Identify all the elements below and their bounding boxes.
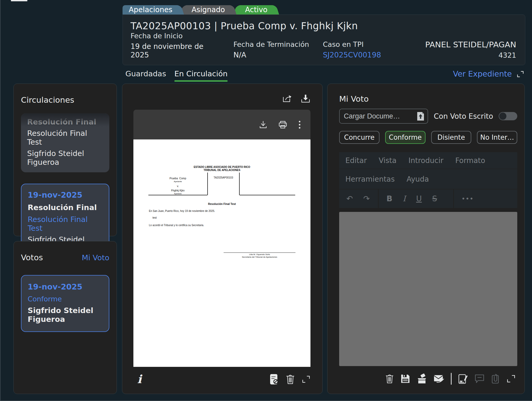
document-slash-icon[interactable]	[270, 374, 279, 385]
case-tabs: Apelaciones Asignado Activo	[123, 5, 274, 14]
caption-rule	[148, 195, 207, 195]
page-title: TA2025AP00103 | Prueba Comp v. Fhghkj Kj…	[131, 20, 517, 32]
tab-en-circulacion[interactable]: En Circulación	[174, 69, 228, 82]
italic-button[interactable]: I	[403, 195, 406, 203]
redo-icon[interactable]: ↷	[363, 195, 370, 203]
vote-options: Concurre Conforme Disiente No Inter…	[339, 131, 517, 144]
doc-signature: Lilia M. Oquendo Solís Secretaria del Tr…	[224, 253, 295, 258]
expand-icon[interactable]	[516, 70, 524, 78]
upload-document-button[interactable]: Cargar Docume…	[339, 109, 428, 124]
download-icon[interactable]	[259, 120, 268, 129]
mi-voto-title: Mi Voto	[339, 94, 517, 103]
save-icon[interactable]	[400, 374, 410, 384]
toggle-knob	[499, 113, 506, 120]
doc-case-number: TA2025AP00103	[208, 176, 239, 179]
doc-court-header: ESTADO LIBRE ASOCIADO DE PUERTO RICO TRI…	[133, 166, 310, 172]
attachment-icon[interactable]	[491, 373, 500, 384]
tab-apelaciones[interactable]: Apelaciones	[123, 5, 179, 14]
circulacion-card[interactable]: Resolución Final Resolución Final Test S…	[21, 113, 109, 172]
comment-icon[interactable]	[474, 374, 485, 384]
pdf-viewer: ESTADO LIBRE ASOCIADO DE PUERTO RICO TRI…	[133, 110, 310, 367]
download-tray-icon[interactable]	[301, 94, 310, 103]
doc-title: Resolución Final Test	[133, 202, 310, 205]
mail-sent-icon[interactable]	[434, 374, 444, 383]
mi-voto-panel: Mi Voto Cargar Docume… Con Voto Escrito …	[327, 84, 525, 394]
panel-name: PANEL STEIDEL/PAGAN	[425, 40, 516, 49]
more-tools-icon[interactable]: •••	[462, 196, 474, 201]
menu-vista[interactable]: Vista	[379, 156, 397, 165]
ver-expediente-link[interactable]: Ver Expediente	[453, 69, 512, 78]
vote-actions	[385, 371, 516, 387]
circulaciones-title: Circulaciones	[21, 95, 109, 105]
pdf-page: ESTADO LIBRE ASOCIADO DE PUERTO RICO TRI…	[133, 139, 310, 367]
tab-asignado[interactable]: Asignado	[185, 5, 231, 14]
field-fecha-terminacion: Fecha de Terminación N/A	[233, 40, 311, 59]
expand-icon[interactable]	[302, 375, 310, 384]
con-voto-escrito-label: Con Voto Escrito	[434, 112, 493, 121]
voto-card[interactable]: 19-nov-2025 Conforme Sigfrido Steidel Fi…	[21, 275, 109, 332]
caption-rule	[240, 195, 295, 195]
editor-menus: Editar Vista Introducir Formato Herramie…	[339, 152, 517, 208]
divider	[451, 373, 452, 385]
info-icon[interactable]: i	[137, 374, 142, 385]
underline-button[interactable]: U	[416, 195, 422, 203]
ballot-box-icon[interactable]	[417, 374, 427, 384]
print-icon[interactable]	[278, 120, 288, 129]
expand-icon[interactable]	[506, 374, 516, 383]
menu-ayuda[interactable]: Ayuda	[407, 175, 429, 183]
menu-formato[interactable]: Formato	[455, 156, 485, 165]
panel-info: PANEL STEIDEL/PAGAN 4321	[425, 40, 516, 59]
caption-divider	[239, 173, 240, 195]
editor-toolbar: ↶ ↷ B I U S •••	[339, 189, 517, 208]
tab-activo[interactable]: Activo	[239, 5, 274, 14]
bold-button[interactable]: B	[386, 195, 392, 203]
menu-introducir[interactable]: Introducir	[408, 156, 443, 165]
app-root: Apelaciones Asignado Activo TA2025AP0010…	[0, 0, 532, 401]
circulaciones-panel: Circulaciones Resolución Final Resolució…	[13, 84, 117, 236]
trash-icon[interactable]	[385, 374, 394, 384]
mi-voto-link[interactable]: Mi Voto	[82, 253, 109, 262]
menu-herramientas[interactable]: Herramientas	[345, 175, 395, 183]
top-left-indicator	[11, 0, 27, 1]
case-header-card: TA2025AP00103 | Prueba Comp v. Fhghkj Kj…	[123, 14, 525, 65]
vote-editor-textarea[interactable]	[339, 212, 517, 366]
field-caso-tpi: Caso en TPI SJ2025CV00198	[323, 40, 381, 59]
field-fecha-inicio: Fecha de Inicio 19 de noviembre de 2025	[131, 32, 222, 59]
doc-parties: Prueba Comp Apelante v. Fhghkj Kjkn Apel…	[148, 177, 207, 195]
caso-tpi-link[interactable]: SJ2025CV00198	[323, 51, 381, 59]
vote-disiente-button[interactable]: Disiente	[431, 131, 472, 144]
document-upload-icon	[417, 112, 424, 121]
tab-guardadas[interactable]: Guardadas	[125, 69, 166, 80]
pdf-toolbar	[133, 110, 310, 139]
vote-conforme-button[interactable]: Conforme	[385, 131, 425, 144]
trash-icon[interactable]	[286, 374, 295, 385]
undo-icon[interactable]: ↶	[346, 195, 353, 203]
menu-editar[interactable]: Editar	[345, 156, 367, 165]
strikethrough-button[interactable]: S	[432, 195, 437, 203]
header-fields: Fecha de Inicio 19 de noviembre de 2025 …	[131, 32, 516, 59]
voto-escrito-toggle[interactable]	[499, 112, 517, 120]
document-panel: ESTADO LIBRE ASOCIADO DE PUERTO RICO TRI…	[122, 84, 323, 394]
share-icon[interactable]	[282, 94, 292, 103]
panel-number: 4321	[425, 51, 516, 59]
votos-panel: Votos Mi Voto 19-nov-2025 Conforme Sigfr…	[13, 241, 117, 394]
votos-title: Votos	[21, 253, 43, 262]
more-vertical-icon[interactable]	[298, 120, 301, 129]
vote-concurre-button[interactable]: Concurre	[339, 131, 379, 144]
vote-no-interviene-button[interactable]: No Inter…	[477, 131, 517, 144]
signature-icon[interactable]	[458, 373, 468, 384]
view-tabs: Guardadas En Circulación Ver Expediente	[125, 69, 524, 82]
